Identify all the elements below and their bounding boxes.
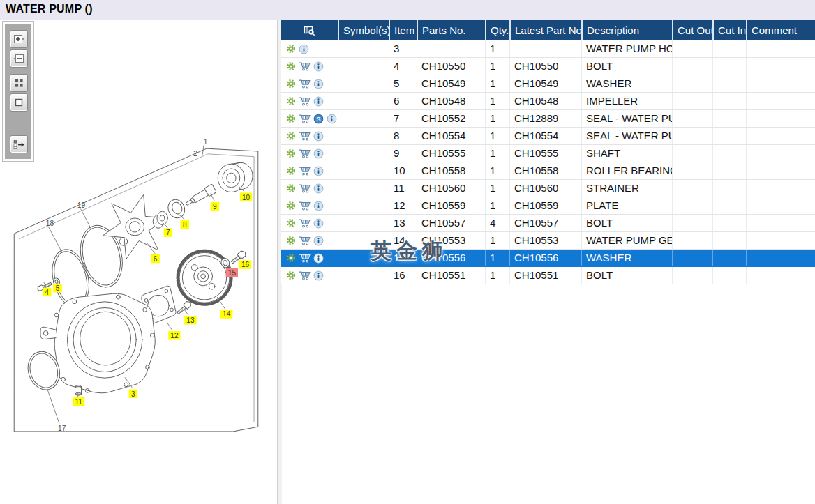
cell-desc: IMPELLER (581, 93, 672, 109)
cell-cut_out (672, 250, 712, 266)
cart-icon[interactable] (299, 148, 311, 158)
table-row-item-11[interactable]: 11CH105601CH10560STRAINER (281, 180, 815, 197)
info-icon[interactable] (313, 183, 324, 194)
cell-item: 9 (389, 145, 417, 162)
gear-icon[interactable] (286, 183, 296, 193)
info-icon[interactable] (327, 114, 337, 124)
cell-cut_in (712, 40, 746, 57)
table-row-item-9[interactable]: 9CH105551CH10555SHAFT (281, 145, 815, 162)
gear-icon[interactable] (286, 96, 296, 106)
info-icon[interactable] (313, 253, 324, 264)
info-icon[interactable] (313, 166, 324, 176)
cell-desc: SEAL - WATER PUMP (581, 128, 672, 144)
col-header-qty[interactable]: Qty. (485, 20, 509, 40)
col-header-latest-part-no[interactable]: Latest Part No. (509, 20, 581, 40)
gear-icon[interactable] (286, 236, 296, 245)
info-icon[interactable] (313, 148, 324, 159)
info-icon[interactable] (313, 61, 324, 72)
cell-qty: 1 (485, 232, 509, 249)
table-row-item-4[interactable]: 4CH105501CH10550BOLT (281, 58, 815, 75)
svg-text:14: 14 (223, 310, 231, 318)
table-row-item-5[interactable]: 5CH105491CH10549WASHER (281, 75, 815, 93)
callout-9[interactable]: 9 (211, 193, 219, 211)
cell-latest: CH10553 (509, 232, 581, 249)
exploded-diagram: 12191817345678910111213141516 (0, 20, 279, 480)
cell-icons (281, 180, 338, 197)
cart-icon[interactable] (299, 218, 311, 228)
callout-14[interactable]: 14 (217, 297, 232, 319)
col-header-cut-in[interactable]: Cut In (712, 20, 746, 40)
info-icon[interactable] (313, 236, 324, 246)
gear-icon[interactable] (286, 44, 296, 54)
gear-icon[interactable] (286, 131, 296, 141)
cell-cut_in (712, 162, 746, 179)
cart-icon[interactable] (299, 96, 311, 106)
cell-cut_in (712, 215, 746, 231)
gear-icon[interactable] (286, 148, 296, 158)
table-row-item-8[interactable]: 8CH105541CH10554SEAL - WATER PUMP (281, 128, 815, 145)
col-header-description[interactable]: Description (581, 20, 672, 40)
cart-icon[interactable] (299, 131, 311, 141)
table-row-item-16[interactable]: 16CH105511CH10551BOLT (281, 267, 815, 284)
col-header-parts-no[interactable]: Parts No. (417, 20, 485, 40)
gear-icon[interactable] (286, 201, 296, 211)
svg-text:9: 9 (213, 203, 217, 211)
info-icon[interactable] (313, 131, 324, 142)
callout-12[interactable]: 12 (167, 323, 180, 340)
table-row-item-13[interactable]: 13CH105574CH10557BOLT (281, 215, 815, 232)
col-header-symbol-s[interactable]: Symbol(s) (338, 20, 389, 40)
cart-icon[interactable] (299, 201, 311, 211)
symbol-s-icon[interactable]: S (313, 114, 324, 124)
col-header-item[interactable]: Item (389, 20, 417, 40)
svg-text:17: 17 (58, 425, 66, 432)
cell-symbols (338, 232, 389, 249)
table-row-item-14[interactable]: 14CH105531CH10553WATER PUMP GEAR (281, 232, 815, 250)
cell-cut_in (712, 250, 746, 266)
gear-icon[interactable] (286, 270, 296, 280)
info-icon[interactable] (299, 44, 309, 54)
gear-icon[interactable] (286, 253, 296, 263)
table-row-item-12[interactable]: 12CH105591CH10559PLATE (281, 197, 815, 215)
cell-comment (746, 180, 815, 197)
svg-text:19: 19 (77, 201, 86, 209)
svg-text:2: 2 (193, 150, 197, 158)
table-row-item-6[interactable]: 6CH105481CH10548IMPELLER (281, 93, 815, 110)
cell-comment (746, 250, 815, 266)
cell-latest: CH10550 (509, 58, 581, 75)
cart-icon[interactable] (299, 236, 311, 245)
info-icon[interactable] (313, 218, 324, 229)
cell-cut_in (712, 110, 746, 127)
table-row-item-15[interactable]: 15CH105561CH10556WASHER (281, 250, 815, 267)
cell-icons: S (281, 110, 338, 127)
cart-icon[interactable] (299, 183, 311, 193)
gear-icon[interactable] (286, 79, 296, 89)
info-icon[interactable] (313, 96, 324, 107)
cell-comment (746, 93, 815, 109)
col-header-actions[interactable] (281, 20, 338, 40)
cart-icon[interactable] (299, 270, 311, 280)
cart-icon[interactable] (299, 61, 311, 71)
cart-icon[interactable] (299, 114, 311, 123)
callout-13[interactable]: 13 (184, 310, 196, 324)
info-icon[interactable] (313, 79, 324, 89)
info-icon[interactable] (313, 270, 324, 281)
cart-icon[interactable] (299, 79, 311, 89)
gear-icon[interactable] (286, 114, 296, 123)
cell-desc: BOLT (581, 215, 672, 231)
cart-icon[interactable] (299, 253, 311, 263)
info-icon[interactable] (313, 201, 324, 211)
col-header-cut-out[interactable]: Cut Out (672, 20, 712, 40)
table-row-item-7[interactable]: S7CH105521CH12889SEAL - WATER PUMP (281, 110, 815, 128)
gear-icon[interactable] (286, 61, 296, 71)
cart-icon[interactable] (299, 166, 311, 176)
gear-icon[interactable] (286, 166, 296, 176)
callout-10[interactable]: 10 (239, 187, 252, 201)
gear-icon[interactable] (286, 218, 296, 228)
col-header-comment[interactable]: Comment (746, 20, 815, 40)
table-row-item-10[interactable]: 10CH105581CH10558ROLLER BEARING (281, 162, 815, 180)
svg-text:5: 5 (56, 284, 60, 292)
svg-text:8: 8 (183, 221, 187, 229)
table-row-item-3[interactable]: 31WATER PUMP HOUSING (281, 40, 815, 58)
column-search-icon (304, 25, 315, 36)
cell-symbols (338, 93, 389, 109)
